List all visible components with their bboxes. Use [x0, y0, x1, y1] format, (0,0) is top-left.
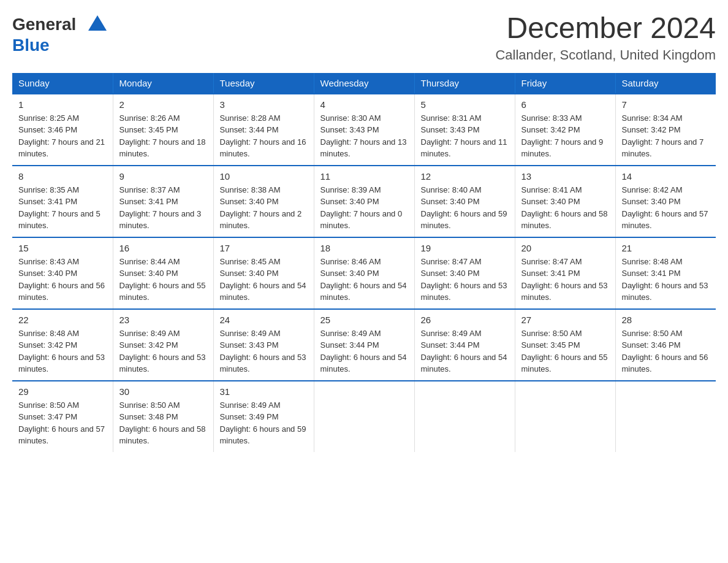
- day-info: Sunrise: 8:28 AM Sunset: 3:44 PM Dayligh…: [220, 112, 308, 160]
- day-info: Sunrise: 8:44 AM Sunset: 3:40 PM Dayligh…: [119, 256, 207, 304]
- day-info: Sunrise: 8:49 AM Sunset: 3:43 PM Dayligh…: [220, 327, 308, 375]
- day-info: Sunrise: 8:35 AM Sunset: 3:41 PM Dayligh…: [18, 184, 107, 232]
- day-number: 20: [521, 243, 609, 253]
- table-row: 7 Sunrise: 8:34 AM Sunset: 3:42 PM Dayli…: [615, 94, 716, 166]
- table-row: 19 Sunrise: 8:47 AM Sunset: 3:40 PM Dayl…: [414, 237, 515, 309]
- table-row: 25 Sunrise: 8:49 AM Sunset: 3:44 PM Dayl…: [314, 309, 414, 381]
- day-number: 13: [521, 171, 609, 182]
- day-info: Sunrise: 8:31 AM Sunset: 3:43 PM Dayligh…: [421, 112, 509, 160]
- day-info: Sunrise: 8:45 AM Sunset: 3:40 PM Dayligh…: [220, 256, 308, 304]
- svg-marker-0: [88, 15, 107, 31]
- logo: General Blue: [12, 12, 107, 54]
- day-number: 10: [220, 171, 308, 182]
- table-row: 29 Sunrise: 8:50 AM Sunset: 3:47 PM Dayl…: [12, 381, 113, 452]
- day-number: 9: [119, 171, 207, 182]
- day-number: 11: [320, 171, 408, 182]
- day-info: Sunrise: 8:47 AM Sunset: 3:41 PM Dayligh…: [521, 256, 609, 304]
- day-number: 27: [521, 315, 609, 325]
- col-tuesday: Tuesday: [213, 73, 314, 94]
- day-info: Sunrise: 8:50 AM Sunset: 3:47 PM Dayligh…: [18, 399, 107, 447]
- day-number: 5: [421, 99, 509, 110]
- day-number: 17: [220, 243, 308, 253]
- col-thursday: Thursday: [414, 73, 515, 94]
- day-number: 25: [320, 315, 408, 325]
- day-info: Sunrise: 8:39 AM Sunset: 3:40 PM Dayligh…: [320, 184, 408, 232]
- title-block: December 2024 Callander, Scotland, Unite…: [495, 12, 716, 63]
- day-info: Sunrise: 8:50 AM Sunset: 3:48 PM Dayligh…: [119, 399, 207, 447]
- col-wednesday: Wednesday: [314, 73, 414, 94]
- table-row: 23 Sunrise: 8:49 AM Sunset: 3:42 PM Dayl…: [113, 309, 213, 381]
- month-title: December 2024: [495, 12, 716, 45]
- table-row: 9 Sunrise: 8:37 AM Sunset: 3:41 PM Dayli…: [113, 166, 213, 237]
- day-number: 21: [622, 243, 710, 253]
- day-info: Sunrise: 8:30 AM Sunset: 3:43 PM Dayligh…: [320, 112, 408, 160]
- day-info: Sunrise: 8:47 AM Sunset: 3:40 PM Dayligh…: [421, 256, 509, 304]
- location-title: Callander, Scotland, United Kingdom: [495, 47, 716, 63]
- col-saturday: Saturday: [615, 73, 716, 94]
- calendar-week-row: 22 Sunrise: 8:48 AM Sunset: 3:42 PM Dayl…: [12, 309, 716, 381]
- calendar-week-row: 29 Sunrise: 8:50 AM Sunset: 3:47 PM Dayl…: [12, 381, 716, 452]
- table-row: 18 Sunrise: 8:46 AM Sunset: 3:40 PM Dayl…: [314, 237, 414, 309]
- table-row: 13 Sunrise: 8:41 AM Sunset: 3:40 PM Dayl…: [515, 166, 615, 237]
- col-sunday: Sunday: [12, 73, 113, 94]
- day-number: 22: [18, 315, 107, 325]
- day-number: 7: [622, 99, 710, 110]
- day-number: 28: [622, 315, 710, 325]
- day-number: 24: [220, 315, 308, 325]
- table-row: 22 Sunrise: 8:48 AM Sunset: 3:42 PM Dayl…: [12, 309, 113, 381]
- calendar-week-row: 15 Sunrise: 8:43 AM Sunset: 3:40 PM Dayl…: [12, 237, 716, 309]
- table-row: [515, 381, 615, 452]
- table-row: 31 Sunrise: 8:49 AM Sunset: 3:49 PM Dayl…: [213, 381, 314, 452]
- day-info: Sunrise: 8:43 AM Sunset: 3:40 PM Dayligh…: [18, 256, 107, 304]
- day-info: Sunrise: 8:48 AM Sunset: 3:41 PM Dayligh…: [622, 256, 710, 304]
- table-row: 24 Sunrise: 8:49 AM Sunset: 3:43 PM Dayl…: [213, 309, 314, 381]
- table-row: [314, 381, 414, 452]
- table-row: [414, 381, 515, 452]
- day-info: Sunrise: 8:50 AM Sunset: 3:45 PM Dayligh…: [521, 327, 609, 375]
- day-info: Sunrise: 8:37 AM Sunset: 3:41 PM Dayligh…: [119, 184, 207, 232]
- calendar-table: Sunday Monday Tuesday Wednesday Thursday…: [12, 73, 716, 452]
- day-info: Sunrise: 8:42 AM Sunset: 3:40 PM Dayligh…: [622, 184, 710, 232]
- table-row: 16 Sunrise: 8:44 AM Sunset: 3:40 PM Dayl…: [113, 237, 213, 309]
- col-monday: Monday: [113, 73, 213, 94]
- day-number: 14: [622, 171, 710, 182]
- day-info: Sunrise: 8:38 AM Sunset: 3:40 PM Dayligh…: [220, 184, 308, 232]
- day-number: 8: [18, 171, 107, 182]
- day-number: 2: [119, 99, 207, 110]
- table-row: 8 Sunrise: 8:35 AM Sunset: 3:41 PM Dayli…: [12, 166, 113, 237]
- table-row: 28 Sunrise: 8:50 AM Sunset: 3:46 PM Dayl…: [615, 309, 716, 381]
- table-row: 12 Sunrise: 8:40 AM Sunset: 3:40 PM Dayl…: [414, 166, 515, 237]
- day-number: 15: [18, 243, 107, 253]
- table-row: 20 Sunrise: 8:47 AM Sunset: 3:41 PM Dayl…: [515, 237, 615, 309]
- table-row: 30 Sunrise: 8:50 AM Sunset: 3:48 PM Dayl…: [113, 381, 213, 452]
- day-number: 1: [18, 99, 107, 110]
- day-number: 12: [421, 171, 509, 182]
- table-row: 1 Sunrise: 8:25 AM Sunset: 3:46 PM Dayli…: [12, 94, 113, 166]
- calendar-week-row: 8 Sunrise: 8:35 AM Sunset: 3:41 PM Dayli…: [12, 166, 716, 237]
- day-info: Sunrise: 8:25 AM Sunset: 3:46 PM Dayligh…: [18, 112, 107, 160]
- page-header: General Blue December 2024 Callander, Sc…: [12, 12, 716, 63]
- day-info: Sunrise: 8:46 AM Sunset: 3:40 PM Dayligh…: [320, 256, 408, 304]
- table-row: 26 Sunrise: 8:49 AM Sunset: 3:44 PM Dayl…: [414, 309, 515, 381]
- table-row: 27 Sunrise: 8:50 AM Sunset: 3:45 PM Dayl…: [515, 309, 615, 381]
- day-number: 19: [421, 243, 509, 253]
- table-row: 4 Sunrise: 8:30 AM Sunset: 3:43 PM Dayli…: [314, 94, 414, 166]
- day-info: Sunrise: 8:41 AM Sunset: 3:40 PM Dayligh…: [521, 184, 609, 232]
- calendar-header-row: Sunday Monday Tuesday Wednesday Thursday…: [12, 73, 716, 94]
- day-info: Sunrise: 8:50 AM Sunset: 3:46 PM Dayligh…: [622, 327, 710, 375]
- calendar-week-row: 1 Sunrise: 8:25 AM Sunset: 3:46 PM Dayli…: [12, 94, 716, 166]
- day-info: Sunrise: 8:49 AM Sunset: 3:44 PM Dayligh…: [421, 327, 509, 375]
- table-row: 3 Sunrise: 8:28 AM Sunset: 3:44 PM Dayli…: [213, 94, 314, 166]
- day-info: Sunrise: 8:33 AM Sunset: 3:42 PM Dayligh…: [521, 112, 609, 160]
- table-row: 10 Sunrise: 8:38 AM Sunset: 3:40 PM Dayl…: [213, 166, 314, 237]
- day-number: 18: [320, 243, 408, 253]
- day-number: 23: [119, 315, 207, 325]
- table-row: 6 Sunrise: 8:33 AM Sunset: 3:42 PM Dayli…: [515, 94, 615, 166]
- day-info: Sunrise: 8:34 AM Sunset: 3:42 PM Dayligh…: [622, 112, 710, 160]
- logo-icon: [76, 12, 107, 37]
- day-info: Sunrise: 8:49 AM Sunset: 3:49 PM Dayligh…: [220, 399, 308, 447]
- day-info: Sunrise: 8:40 AM Sunset: 3:40 PM Dayligh…: [421, 184, 509, 232]
- table-row: [615, 381, 716, 452]
- logo-general-text: General: [12, 16, 76, 33]
- table-row: 5 Sunrise: 8:31 AM Sunset: 3:43 PM Dayli…: [414, 94, 515, 166]
